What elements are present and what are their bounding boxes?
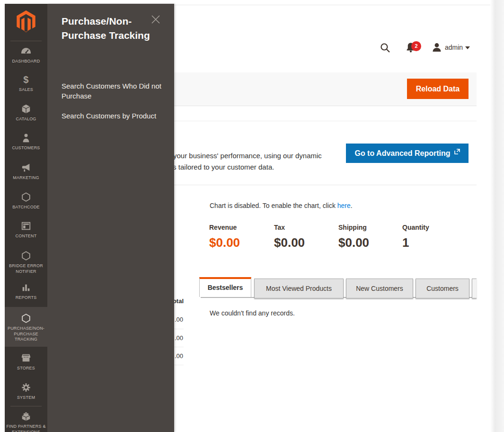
search-icon[interactable] [380, 42, 391, 54]
sidebar-item-batchcode[interactable]: BATCHCODE [5, 192, 47, 210]
external-link-icon [454, 149, 460, 154]
marketing-megaphone-icon [21, 162, 31, 173]
stores-shop-icon [21, 353, 31, 363]
go-to-advanced-reporting-button[interactable]: Go to Advanced Reporting [346, 144, 469, 163]
sidebar-item-customers[interactable]: CUSTOMERS [5, 133, 47, 151]
tab-customers[interactable]: Customers [416, 279, 469, 298]
reload-data-button[interactable]: Reload Data [407, 79, 469, 99]
customers-person-icon [21, 133, 31, 143]
admin-username[interactable]: admin [445, 44, 463, 51]
quantity-label: Quantity [402, 224, 465, 231]
sidebar-item-label: SALES [19, 87, 33, 92]
magento-logo[interactable] [5, 10, 47, 34]
sidebar-item-stores[interactable]: STORES [5, 353, 47, 371]
sidebar-item-label: CONTENT [16, 234, 37, 238]
tab-most-viewed-products[interactable]: Most Viewed Products [254, 279, 344, 298]
purchase-tracking-hexagon-icon [21, 313, 31, 324]
sidebar-item-purchase-non-purchase-tracking[interactable]: PURCHASE/NON-PURCHASE TRACKING [5, 307, 47, 347]
sidebar-item-label: PURCHASE/NON-PURCHASE TRACKING [8, 326, 44, 342]
sidebar-item-label: CATALOG [16, 117, 36, 121]
sidebar-item-label: DASHBOARD [12, 59, 40, 63]
sidebar-item-system[interactable]: SYSTEM [5, 382, 47, 401]
content-layout-icon [21, 221, 31, 231]
tab-partial-next[interactable] [472, 279, 477, 298]
tax-label: Tax [274, 224, 336, 231]
find-partners-brick-icon [20, 411, 32, 422]
batchcode-hexagon-icon [21, 192, 31, 202]
chart-disabled-notice: Chart is disabled. To enable the chart, … [210, 202, 353, 209]
grid-empty-message: We couldn't find any records. [210, 309, 295, 317]
total-revenue: Revenue $0.00 [209, 224, 272, 250]
sidebar-item-marketing[interactable]: MARKETING [5, 162, 47, 181]
reports-bar-chart-icon [21, 282, 31, 293]
sidebar-item-reports[interactable]: REPORTS [5, 282, 47, 301]
revenue-value: $0.00 [209, 235, 272, 250]
sidebar-item-sales[interactable]: $ SALES [5, 74, 47, 93]
purchase-tracking-flyout: Purchase/Non-Purchase Tracking Search Cu… [47, 4, 174, 432]
admin-user-icon[interactable] [431, 42, 442, 53]
sidebar-item-catalog[interactable]: CATALOG [5, 104, 47, 122]
catalog-box-icon [21, 104, 31, 114]
chart-notice-text: Chart is disabled. To enable the chart, … [210, 202, 337, 209]
sidebar-item-find-partners[interactable]: FIND PARTNERS & EXTENSIONS [5, 411, 47, 432]
system-gear-icon [21, 382, 31, 393]
sales-dollar-icon: $ [6, 74, 46, 85]
magento-admin-dashboard: 2 admin Reload Data Now you can get a de… [0, 0, 504, 432]
dashboard-gauge-icon [20, 46, 32, 56]
advanced-reporting-button-label: Go to Advanced Reporting [354, 149, 450, 158]
sidebar-item-label: FIND PARTNERS & EXTENSIONS [6, 424, 45, 432]
sidebar-item-label: BATCHCODE [12, 205, 40, 209]
sidebar-item-content[interactable]: CONTENT [5, 221, 47, 239]
shipping-label: Shipping [338, 224, 401, 231]
total-quantity: Quantity 1 [402, 224, 465, 250]
enable-chart-link[interactable]: here [337, 202, 351, 209]
sidebar-divider [10, 41, 42, 41]
admin-menu-caret-icon[interactable] [465, 46, 470, 52]
quantity-value: 1 [402, 235, 465, 250]
tab-bestsellers[interactable]: Bestsellers [199, 277, 251, 297]
sidebar-item-label: REPORTS [16, 295, 37, 300]
sidebar-item-label: BRIDGE ERROR NOTIFIER [9, 263, 43, 274]
notification-count-badge[interactable]: 2 [411, 41, 421, 51]
flyout-link-by-product[interactable]: Search Customers by Product [62, 111, 167, 121]
sidebar-item-label: STORES [17, 366, 35, 370]
tab-new-customers[interactable]: New Customers [346, 279, 413, 298]
flyout-title: Purchase/Non-Purchase Tracking [62, 14, 154, 43]
sidebar-item-label: MARKETING [13, 175, 39, 180]
flyout-link-did-not-purchase[interactable]: Search Customers Who Did not Purchase [62, 81, 167, 101]
close-icon[interactable] [150, 14, 161, 25]
sidebar-divider [10, 406, 42, 406]
sidebar-item-dashboard[interactable]: DASHBOARD [5, 46, 47, 64]
total-shipping: Shipping $0.00 [338, 224, 401, 250]
sidebar-item-bridge-error-notifier[interactable]: BRIDGE ERROR NOTIFIER [5, 251, 47, 274]
tax-value: $0.00 [274, 235, 336, 250]
sidebar-item-label: CUSTOMERS [12, 145, 40, 150]
revenue-label: Revenue [209, 224, 272, 231]
admin-sidebar: DASHBOARD $ SALES CATALOG CUSTOMERS [5, 4, 47, 432]
sidebar-item-label: SYSTEM [17, 395, 35, 400]
shipping-value: $0.00 [338, 235, 401, 250]
total-tax: Tax $0.00 [274, 224, 336, 250]
page-scrollbar[interactable] [490, 0, 504, 432]
bridge-error-notifier-hexagon-icon [21, 251, 31, 261]
chart-notice-period: . [351, 202, 353, 209]
